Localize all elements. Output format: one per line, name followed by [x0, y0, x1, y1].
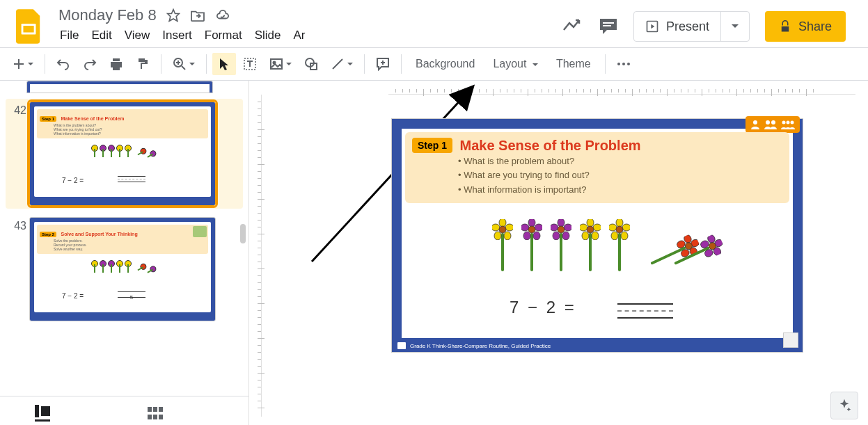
present-button[interactable]: Present — [634, 12, 721, 41]
svg-point-51 — [582, 232, 589, 240]
svg-point-48 — [587, 219, 594, 227]
new-slide-button[interactable] — [7, 54, 39, 74]
undo-button[interactable] — [51, 54, 76, 74]
activity-icon[interactable] — [562, 19, 583, 34]
svg-rect-3 — [603, 22, 614, 24]
svg-point-40 — [521, 224, 529, 231]
menu-view[interactable]: View — [125, 29, 150, 42]
comment-icon[interactable] — [599, 17, 618, 35]
svg-point-42 — [558, 219, 565, 227]
step-badge: Step 1 — [412, 138, 452, 153]
image-button[interactable] — [264, 53, 297, 75]
thumb-peek-prev[interactable] — [26, 81, 213, 93]
star-icon[interactable] — [166, 8, 180, 22]
menu-format[interactable]: Format — [205, 29, 242, 42]
panel-scrollbar[interactable] — [236, 81, 248, 425]
svg-rect-18 — [153, 407, 157, 412]
svg-point-31 — [505, 224, 513, 231]
svg-rect-17 — [148, 407, 152, 412]
menu-arrange[interactable]: Ar — [293, 29, 305, 42]
cloud-status-icon[interactable] — [215, 9, 230, 22]
menu-file[interactable]: File — [60, 29, 79, 42]
slide-thumb-42[interactable]: 42 Step 1 Make Sense of the Problem What… — [6, 99, 243, 209]
svg-point-39 — [523, 232, 530, 240]
menu-edit[interactable]: Edit — [91, 29, 111, 42]
current-slide[interactable]: Step 1 Make Sense of the Problem • What … — [392, 119, 803, 352]
svg-point-25 — [766, 120, 770, 125]
svg-point-30 — [499, 219, 506, 227]
theme-button[interactable]: Theme — [548, 54, 599, 74]
group-mode-icons — [745, 116, 800, 133]
svg-point-52 — [580, 224, 587, 231]
share-label: Share — [798, 19, 832, 34]
svg-marker-2 — [167, 10, 179, 22]
svg-rect-4 — [603, 25, 611, 26]
zoom-button[interactable] — [167, 53, 200, 75]
svg-point-54 — [616, 219, 623, 227]
svg-point-13 — [622, 63, 625, 65]
text-box-button[interactable] — [237, 53, 262, 75]
present-dropdown[interactable] — [721, 22, 749, 31]
svg-point-49 — [593, 224, 601, 231]
svg-point-44 — [562, 232, 569, 240]
add-comment-button[interactable] — [370, 53, 395, 75]
grid-view-button[interactable] — [148, 407, 163, 419]
svg-point-59 — [616, 226, 623, 233]
present-button-group: Present — [633, 11, 750, 42]
svg-rect-20 — [148, 415, 152, 419]
svg-point-43 — [564, 224, 571, 231]
svg-point-12 — [617, 63, 620, 65]
svg-point-35 — [499, 226, 506, 233]
redo-button[interactable] — [77, 54, 102, 74]
svg-point-37 — [535, 224, 542, 231]
svg-point-46 — [551, 224, 558, 231]
toolbar: Background Layout Theme — [0, 47, 868, 81]
ruler-horizontal — [388, 81, 855, 95]
doc-title[interactable]: Monday Feb 8 — [58, 6, 157, 24]
svg-rect-16 — [41, 406, 50, 416]
svg-point-50 — [592, 232, 599, 240]
svg-point-56 — [621, 232, 628, 240]
move-icon[interactable] — [190, 9, 205, 22]
svg-point-28 — [787, 121, 790, 125]
svg-point-41 — [528, 226, 535, 233]
present-label: Present — [666, 19, 709, 34]
svg-rect-15 — [35, 405, 39, 417]
svg-point-29 — [791, 121, 794, 125]
svg-point-57 — [611, 232, 618, 240]
svg-point-38 — [533, 232, 540, 240]
svg-point-33 — [494, 232, 501, 240]
svg-point-27 — [782, 121, 786, 125]
shape-button[interactable] — [299, 53, 324, 75]
line-button[interactable] — [325, 53, 358, 75]
svg-point-53 — [587, 226, 594, 233]
svg-point-45 — [553, 232, 560, 240]
svg-point-14 — [627, 63, 630, 65]
paint-format-button[interactable] — [130, 53, 155, 75]
more-button[interactable] — [611, 58, 636, 70]
share-button[interactable]: Share — [765, 11, 846, 42]
slide-panel: 42 Step 1 Make Sense of the Problem What… — [0, 81, 249, 425]
slide-thumb-43[interactable]: 43 Step 2 Solve and Support Your Thinkin… — [6, 214, 243, 324]
select-tool-button[interactable] — [212, 53, 236, 75]
menu-slide[interactable]: Slide — [255, 29, 281, 42]
svg-point-26 — [771, 120, 775, 125]
svg-rect-19 — [159, 407, 163, 412]
resize-handle[interactable] — [783, 332, 798, 348]
slide-footer: Grade K Think-Share-Compare Routine, Gui… — [392, 339, 803, 352]
print-button[interactable] — [104, 53, 129, 75]
answer-blank — [617, 303, 673, 324]
svg-point-55 — [622, 224, 630, 231]
svg-point-47 — [558, 226, 565, 233]
filmstrip-view-button[interactable] — [35, 405, 50, 422]
svg-point-58 — [609, 224, 617, 231]
layout-button[interactable]: Layout — [484, 54, 546, 74]
ruler-vertical — [249, 95, 262, 417]
explore-button[interactable] — [830, 392, 858, 419]
background-button[interactable]: Background — [407, 54, 483, 74]
step-title: Make Sense of the Problem — [459, 138, 640, 154]
menu-insert[interactable]: Insert — [162, 29, 192, 42]
thumb-number: 43 — [8, 217, 29, 232]
slide-canvas-area[interactable]: Step 1 Make Sense of the Problem • What … — [249, 81, 868, 425]
slides-logo[interactable] — [8, 6, 50, 47]
